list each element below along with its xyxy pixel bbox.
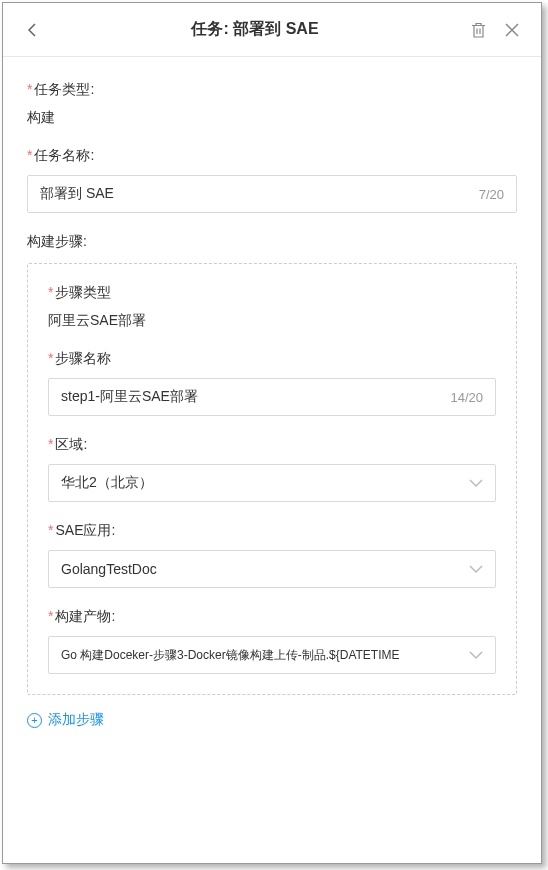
plus-circle-icon: + (27, 713, 42, 728)
region-select[interactable]: 华北2（北京） (48, 464, 496, 502)
step-type-field: 步骤类型 阿里云SAE部署 (48, 284, 496, 330)
step-box: 步骤类型 阿里云SAE部署 步骤名称 14/20 区域: 华北2（北京） (27, 263, 517, 695)
artifact-field: 构建产物: Go 构建Doceker-步骤3-Docker镜像构建上传-制品.$… (48, 608, 496, 674)
chevron-down-icon (469, 479, 483, 488)
artifact-value: Go 构建Doceker-步骤3-Docker镜像构建上传-制品.${DATET… (61, 647, 469, 664)
step-name-label: 步骤名称 (48, 350, 496, 368)
panel-title: 任务: 部署到 SAE (41, 19, 469, 40)
task-type-value: 构建 (27, 109, 517, 127)
add-step-label: 添加步骤 (48, 711, 104, 729)
task-panel: 任务: 部署到 SAE 任务类型: 构建 任务名称: 7/20 (2, 2, 542, 864)
chevron-left-icon (27, 22, 37, 38)
trash-icon (471, 22, 486, 38)
sae-app-field: SAE应用: GolangTestDoc (48, 522, 496, 588)
sae-app-value: GolangTestDoc (61, 561, 469, 577)
task-type-field: 任务类型: 构建 (27, 81, 517, 127)
panel-header: 任务: 部署到 SAE (3, 3, 541, 57)
task-name-field: 任务名称: 7/20 (27, 147, 517, 213)
header-actions (469, 21, 521, 39)
artifact-select[interactable]: Go 构建Doceker-步骤3-Docker镜像构建上传-制品.${DATET… (48, 636, 496, 674)
task-name-count: 7/20 (479, 187, 504, 202)
artifact-label: 构建产物: (48, 608, 496, 626)
chevron-down-icon (469, 565, 483, 574)
task-name-input-wrapper: 7/20 (27, 175, 517, 213)
step-name-input-wrapper: 14/20 (48, 378, 496, 416)
step-type-value: 阿里云SAE部署 (48, 312, 496, 330)
region-field: 区域: 华北2（北京） (48, 436, 496, 502)
task-name-input[interactable] (40, 186, 471, 202)
add-step-button[interactable]: + 添加步骤 (27, 709, 517, 731)
back-button[interactable] (23, 21, 41, 39)
region-value: 华北2（北京） (61, 474, 469, 492)
task-type-label: 任务类型: (27, 81, 517, 99)
chevron-down-icon (469, 651, 483, 660)
panel-content: 任务类型: 构建 任务名称: 7/20 构建步骤: 步骤类型 阿里云SAE部署 … (3, 57, 541, 863)
region-label: 区域: (48, 436, 496, 454)
close-icon (505, 23, 519, 37)
close-button[interactable] (503, 21, 521, 39)
build-steps-label: 构建步骤: (27, 233, 517, 251)
step-type-label: 步骤类型 (48, 284, 496, 302)
delete-button[interactable] (469, 21, 487, 39)
task-name-label: 任务名称: (27, 147, 517, 165)
step-name-field: 步骤名称 14/20 (48, 350, 496, 416)
step-name-input[interactable] (61, 389, 442, 405)
sae-app-select[interactable]: GolangTestDoc (48, 550, 496, 588)
build-steps-section: 构建步骤: 步骤类型 阿里云SAE部署 步骤名称 14/20 区域: (27, 233, 517, 731)
sae-app-label: SAE应用: (48, 522, 496, 540)
step-name-count: 14/20 (450, 390, 483, 405)
